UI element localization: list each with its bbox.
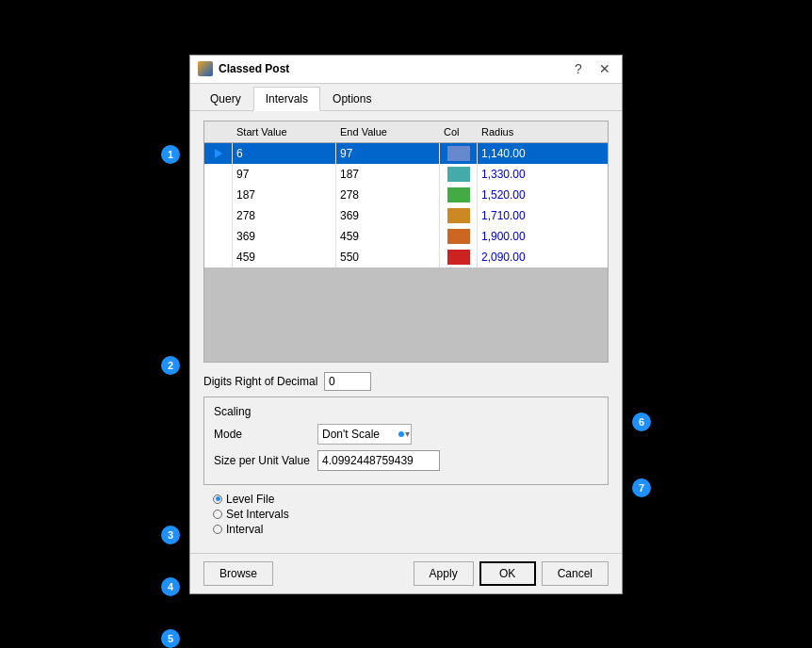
mode-select-wrapper: Don't Scale Linear Logarithmic ▾ [317, 424, 412, 445]
button-row: Browse Apply OK Cancel [190, 553, 622, 593]
content-area: Start Value End Value Col Radius 6 97 1,… [190, 111, 622, 553]
color-cell-2[interactable] [440, 185, 478, 205]
color-swatch-2 [447, 187, 470, 202]
table-empty-area [204, 267, 608, 362]
col-header-indicator [204, 123, 233, 140]
table-row[interactable]: 97 187 1,330.00 [204, 164, 608, 185]
radio-dot-level-file [213, 494, 222, 504]
end-value-4[interactable]: 459 [336, 226, 440, 247]
radius-5[interactable]: 2,090.00 [478, 247, 553, 267]
scaling-group: Scaling Mode Don't Scale Linear Logarith… [203, 397, 609, 485]
title-bar: Classed Post ? ✕ [190, 56, 622, 84]
tab-intervals[interactable]: Intervals [253, 87, 320, 111]
color-cell-1[interactable] [440, 164, 478, 185]
close-button[interactable]: ✕ [595, 59, 614, 78]
end-value-0[interactable]: 97 [336, 143, 440, 164]
radius-0[interactable]: 1,140.00 [478, 143, 553, 164]
end-value-1[interactable]: 187 [336, 164, 440, 185]
radius-4[interactable]: 1,900.00 [478, 226, 553, 247]
radio-group: Level File Set Intervals Interval [213, 493, 609, 536]
row-indicator-0 [204, 143, 233, 164]
help-button[interactable]: ? [569, 59, 588, 78]
annotation-1: 1 [161, 145, 180, 164]
radius-1[interactable]: 1,330.00 [478, 164, 553, 185]
color-swatch-0 [447, 146, 470, 161]
annotation-7: 7 [632, 478, 651, 497]
color-cell-0[interactable] [440, 143, 478, 164]
radius-3[interactable]: 1,710.00 [478, 205, 553, 226]
app-icon [198, 61, 213, 76]
apply-button[interactable]: Apply [414, 561, 474, 586]
radio-level-file[interactable]: Level File [213, 493, 609, 506]
end-value-3[interactable]: 369 [336, 205, 440, 226]
radio-interval[interactable]: Interval [213, 523, 609, 536]
table-row[interactable]: 369 459 1,900.00 [204, 226, 608, 247]
color-swatch-4 [447, 229, 470, 244]
radius-2[interactable]: 1,520.00 [478, 185, 553, 205]
table-header: Start Value End Value Col Radius [204, 122, 608, 143]
radio-label-level-file: Level File [226, 493, 274, 506]
start-value-5[interactable]: 459 [233, 247, 336, 267]
annotation-4: 4 [161, 577, 180, 596]
start-value-3[interactable]: 278 [233, 205, 336, 226]
ok-button[interactable]: OK [479, 561, 536, 586]
start-value-0[interactable]: 6 [233, 143, 336, 164]
col-header-start: Start Value [233, 123, 336, 140]
intervals-table: Start Value End Value Col Radius 6 97 1,… [203, 121, 609, 363]
mode-select[interactable]: Don't Scale Linear Logarithmic [317, 424, 412, 445]
row-indicator-4 [204, 226, 233, 247]
radio-label-interval: Interval [226, 523, 263, 536]
table-row[interactable]: 278 369 1,710.00 [204, 205, 608, 226]
size-row: Size per Unit Value [214, 450, 598, 471]
color-cell-5[interactable] [440, 247, 478, 267]
start-value-1[interactable]: 97 [233, 164, 336, 185]
radio-dot-interval [213, 525, 222, 534]
end-value-5[interactable]: 550 [336, 247, 440, 267]
end-value-2[interactable]: 278 [336, 185, 440, 205]
annotation-5: 5 [161, 629, 180, 648]
mode-row: Mode Don't Scale Linear Logarithmic ▾ [214, 424, 598, 445]
row-indicator-1 [204, 164, 233, 185]
color-cell-3[interactable] [440, 205, 478, 226]
radio-label-set-intervals: Set Intervals [226, 508, 289, 521]
button-group-right: Apply OK Cancel [414, 561, 609, 586]
digits-label: Digits Right of Decimal [203, 375, 317, 388]
start-value-2[interactable]: 187 [233, 185, 336, 205]
annotation-3: 3 [161, 526, 180, 544]
color-swatch-3 [447, 208, 470, 223]
color-swatch-5 [447, 250, 470, 265]
scaling-legend: Scaling [214, 405, 598, 418]
dialog: Classed Post ? ✕ Query Intervals Options… [189, 55, 623, 594]
size-input[interactable] [317, 450, 440, 471]
table-row[interactable]: 6 97 1,140.00 [204, 143, 608, 164]
row-indicator-5 [204, 247, 233, 267]
annotation-6: 6 [632, 413, 651, 431]
col-header-end: End Value [336, 123, 440, 140]
tab-options[interactable]: Options [320, 87, 383, 110]
start-value-4[interactable]: 369 [233, 226, 336, 247]
mode-label: Mode [214, 428, 317, 441]
row-indicator-3 [204, 205, 233, 226]
radio-set-intervals[interactable]: Set Intervals [213, 508, 609, 521]
col-header-radius: Radius [478, 123, 553, 140]
color-swatch-1 [447, 167, 470, 182]
tab-query[interactable]: Query [198, 87, 253, 110]
row-indicator-2 [204, 185, 233, 205]
cancel-button[interactable]: Cancel [542, 561, 609, 586]
annotation-2: 2 [161, 356, 180, 375]
digits-row: Digits Right of Decimal [203, 372, 609, 391]
table-row[interactable]: 459 550 2,090.00 [204, 247, 608, 267]
digits-input[interactable] [324, 372, 371, 391]
arrow-icon [215, 149, 222, 158]
color-cell-4[interactable] [440, 226, 478, 247]
browse-button[interactable]: Browse [203, 561, 273, 586]
size-label: Size per Unit Value [214, 454, 317, 467]
radio-dot-set-intervals [213, 510, 222, 519]
dialog-title: Classed Post [219, 62, 289, 75]
table-row[interactable]: 187 278 1,520.00 [204, 185, 608, 205]
tab-bar: Query Intervals Options [190, 84, 622, 111]
col-header-color: Col [440, 123, 478, 140]
